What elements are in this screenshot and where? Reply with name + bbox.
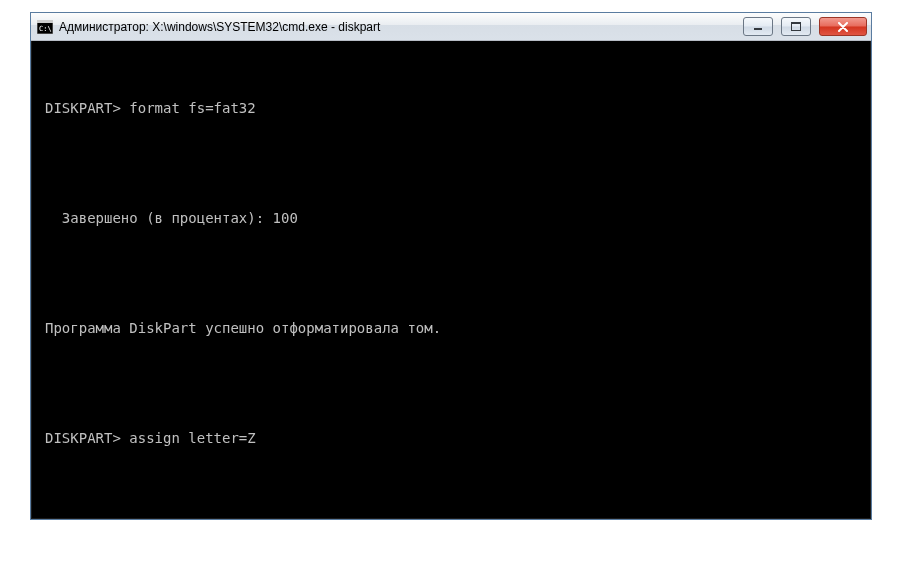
svg-rect-5 bbox=[791, 22, 801, 24]
console-line: Завершено (в процентах): 100 bbox=[45, 207, 857, 229]
titlebar[interactable]: C:\ Администратор: X:\windows\SYSTEM32\c… bbox=[31, 13, 871, 41]
console-line: Программа DiskPart успешно отформатирова… bbox=[45, 317, 857, 339]
svg-text:C:\: C:\ bbox=[39, 25, 52, 33]
console-output[interactable]: DISKPART> format fs=fat32 Завершено (в п… bbox=[37, 47, 865, 513]
svg-rect-3 bbox=[754, 28, 762, 30]
minimize-button[interactable] bbox=[743, 17, 773, 36]
cmd-window: C:\ Администратор: X:\windows\SYSTEM32\c… bbox=[30, 12, 872, 520]
console-line: DISKPART> format fs=fat32 bbox=[45, 97, 857, 119]
window-title: Администратор: X:\windows\SYSTEM32\cmd.e… bbox=[59, 20, 380, 34]
console-line: DISKPART> assign letter=Z bbox=[45, 427, 857, 449]
cmd-icon: C:\ bbox=[37, 20, 53, 34]
close-button[interactable] bbox=[819, 17, 867, 36]
svg-rect-1 bbox=[37, 20, 53, 23]
maximize-button[interactable] bbox=[781, 17, 811, 36]
